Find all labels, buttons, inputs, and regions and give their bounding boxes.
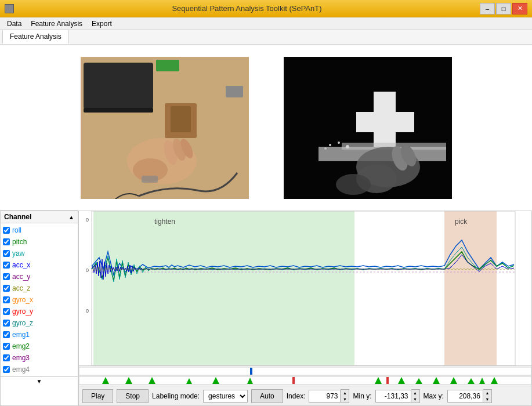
svg-rect-52 bbox=[386, 377, 389, 384]
channel-item-gyro_x: gyro_x bbox=[3, 294, 75, 306]
labeling-mode-dropdown[interactable]: gestures bbox=[203, 390, 248, 403]
channel-item-gyro_y: gyro_y bbox=[3, 306, 75, 317]
channel-checkbox-acc_z[interactable] bbox=[3, 285, 10, 292]
channel-item-pitch: pitch bbox=[3, 236, 75, 248]
tighten-label: tighten bbox=[154, 217, 175, 226]
svg-rect-31 bbox=[444, 211, 497, 365]
channel-label-gyro_x: gyro_x bbox=[12, 296, 33, 304]
channel-checkbox-pitch[interactable] bbox=[3, 238, 10, 245]
min-y-spinbox: -131,33 ▲ ▼ bbox=[375, 389, 420, 403]
channel-label-emg3: emg3 bbox=[12, 354, 30, 362]
channel-checkbox-roll[interactable] bbox=[3, 227, 10, 234]
channel-checkbox-gyro_z[interactable] bbox=[3, 320, 10, 327]
index-spin-buttons: ▲ ▼ bbox=[341, 389, 349, 403]
svg-rect-51 bbox=[292, 377, 295, 384]
channel-item-emg4: emg4 bbox=[3, 364, 75, 375]
min-y-label: Min y: bbox=[353, 392, 371, 400]
index-spin-down[interactable]: ▼ bbox=[341, 396, 349, 403]
svg-rect-34 bbox=[79, 367, 531, 375]
labeling-mode-label: Labeling mode: bbox=[152, 392, 200, 400]
channel-item-acc_x: acc_x bbox=[3, 259, 75, 271]
channel-item-emg3: emg3 bbox=[3, 352, 75, 364]
svg-rect-35 bbox=[250, 368, 252, 375]
camera-image-left bbox=[81, 57, 249, 199]
menu-feature-analysis[interactable]: Feature Analysis bbox=[26, 19, 87, 29]
min-y-input[interactable]: -131,33 bbox=[375, 390, 411, 403]
menu-data[interactable]: Data bbox=[2, 19, 26, 29]
pick-label: pick bbox=[455, 217, 468, 226]
svg-rect-36 bbox=[79, 376, 531, 385]
tabbar: Feature Analysis bbox=[0, 30, 532, 45]
channel-item-gyro_z: gyro_z bbox=[3, 317, 75, 329]
channel-item-emg2: emg2 bbox=[3, 340, 75, 352]
index-spin-up[interactable]: ▲ bbox=[341, 390, 349, 396]
stop-button[interactable]: Stop bbox=[117, 389, 149, 403]
signal-bars bbox=[79, 365, 531, 386]
svg-point-20 bbox=[336, 174, 371, 195]
app-icon bbox=[5, 4, 14, 13]
main-chart[interactable]: 0 0 0 tighten pick bbox=[79, 211, 531, 365]
svg-point-26 bbox=[324, 147, 327, 150]
menubar: Data Feature Analysis Export bbox=[0, 17, 532, 30]
min-y-spin-buttons: ▲ ▼ bbox=[411, 389, 420, 403]
tab-feature-analysis[interactable]: Feature Analysis bbox=[2, 30, 69, 44]
index-spinbox: 973 ▲ ▼ bbox=[309, 389, 349, 403]
maximize-button[interactable]: □ bbox=[496, 3, 511, 14]
max-y-input[interactable]: 208,36 bbox=[447, 390, 483, 403]
bottom-area: Channel ▲ roll pitch yaw acc_x bbox=[0, 211, 532, 406]
max-y-spin-down[interactable]: ▼ bbox=[483, 396, 491, 403]
camera-image-right bbox=[284, 57, 452, 199]
channel-item-acc_y: acc_y bbox=[3, 271, 75, 282]
titlebar: Sequential Pattern Analysis Toolkit (SeP… bbox=[0, 0, 532, 17]
channel-list: roll pitch yaw acc_x acc_y bbox=[1, 223, 78, 376]
channel-item-roll: roll bbox=[3, 224, 75, 236]
channel-label-acc_y: acc_y bbox=[12, 273, 30, 281]
channel-label-gyro_y: gyro_y bbox=[12, 307, 33, 316]
channel-checkbox-gyro_x[interactable] bbox=[3, 296, 10, 303]
channel-checkbox-yaw[interactable] bbox=[3, 250, 10, 257]
channel-label-yaw: yaw bbox=[12, 249, 24, 258]
chart-svg: 0 0 0 tighten pick bbox=[79, 211, 531, 365]
channel-checkbox-gyro_y[interactable] bbox=[3, 308, 10, 315]
channel-checkbox-acc_y[interactable] bbox=[3, 273, 10, 280]
close-button[interactable]: ✕ bbox=[512, 3, 527, 14]
minimize-button[interactable]: – bbox=[480, 3, 495, 14]
channel-checkbox-emg3[interactable] bbox=[3, 354, 10, 361]
max-y-spin-buttons: ▲ ▼ bbox=[483, 389, 492, 403]
index-label: Index: bbox=[287, 392, 306, 400]
menu-export[interactable]: Export bbox=[87, 19, 117, 29]
titlebar-controls: – □ ✕ bbox=[480, 3, 527, 14]
channel-scroll-down-area: ▼ bbox=[1, 376, 78, 386]
min-y-spin-up[interactable]: ▲ bbox=[411, 390, 419, 396]
channel-scroll-down[interactable]: ▼ bbox=[37, 378, 42, 385]
channel-label-acc_z: acc_z bbox=[12, 284, 30, 292]
svg-text:0: 0 bbox=[86, 267, 89, 273]
play-button[interactable]: Play bbox=[82, 389, 113, 403]
min-y-spin-down[interactable]: ▼ bbox=[411, 396, 419, 403]
channel-label-emg4: emg4 bbox=[12, 365, 30, 374]
channel-checkbox-emg1[interactable] bbox=[3, 331, 10, 338]
svg-point-23 bbox=[329, 144, 331, 146]
svg-rect-1 bbox=[84, 63, 153, 109]
app-title: Sequential Pattern Analysis Toolkit (SeP… bbox=[14, 4, 480, 13]
channel-scroll-up[interactable]: ▲ bbox=[68, 214, 74, 220]
channel-header-label: Channel bbox=[4, 213, 31, 221]
svg-rect-11 bbox=[142, 176, 158, 183]
auto-button[interactable]: Auto bbox=[251, 389, 283, 403]
channel-checkbox-emg2[interactable] bbox=[3, 343, 10, 350]
channel-checkbox-acc_x[interactable] bbox=[3, 262, 10, 269]
channel-checkbox-emg4[interactable] bbox=[3, 366, 10, 373]
channel-sidebar: Channel ▲ roll pitch yaw acc_x bbox=[0, 211, 78, 406]
controls-bar: Play Stop Labeling mode: gestures Auto I… bbox=[79, 386, 531, 405]
svg-point-25 bbox=[346, 145, 349, 148]
svg-rect-15 bbox=[356, 112, 414, 132]
channel-label-roll: roll bbox=[12, 226, 21, 234]
channel-label-pitch: pitch bbox=[12, 238, 27, 246]
channel-item-emg1: emg1 bbox=[3, 329, 75, 340]
index-input[interactable]: 973 bbox=[309, 390, 341, 403]
channel-item-acc_z: acc_z bbox=[3, 282, 75, 294]
max-y-spin-up[interactable]: ▲ bbox=[483, 390, 491, 396]
channel-label-gyro_z: gyro_z bbox=[12, 319, 33, 327]
signal-bars-svg bbox=[79, 366, 531, 386]
titlebar-left bbox=[5, 4, 14, 13]
